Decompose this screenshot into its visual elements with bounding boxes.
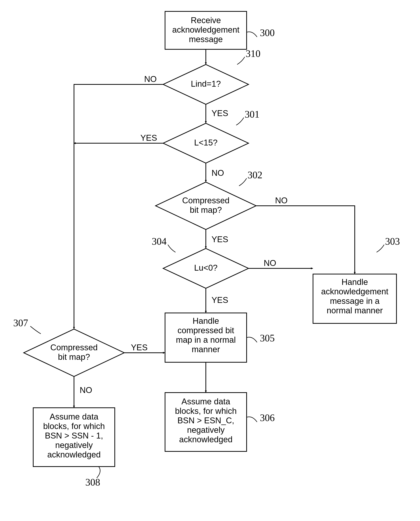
lab-304-yes: YES (211, 295, 228, 305)
n310-text: Lind=1? (191, 79, 221, 88)
lab-304-no: NO (264, 258, 276, 268)
n308-l3: BSN > SSN - 1, (45, 431, 103, 440)
n305-l1: Handle (193, 316, 219, 326)
lab-310-no: NO (144, 74, 157, 84)
ref-310: 310 (246, 48, 261, 59)
ref-303: 303 (385, 236, 400, 247)
lead-300 (247, 32, 257, 37)
lead-306 (247, 417, 257, 422)
n301-text: L<15? (194, 138, 218, 147)
n308-l2: blocks, for which (43, 421, 105, 431)
lab-307-yes: YES (131, 343, 148, 352)
lead-307 (30, 326, 41, 334)
lead-305 (247, 337, 257, 342)
n304-text: Lu<0? (194, 263, 218, 272)
lead-310 (237, 57, 245, 65)
lead-303 (376, 245, 384, 252)
ref-300: 300 (260, 27, 275, 38)
lead-301 (236, 118, 244, 125)
n306-l5: acknowledged (179, 435, 232, 444)
n308-l5: acknowledged (47, 450, 101, 459)
n303-l4: normal manner (327, 306, 383, 315)
ref-302: 302 (248, 170, 262, 180)
n307-l2: bit map? (58, 352, 90, 362)
ref-305: 305 (260, 333, 275, 343)
n303-l1: Handle (341, 277, 368, 287)
n306-l4: negatively (187, 425, 225, 434)
lab-302-yes: YES (211, 235, 228, 244)
ref-301: 301 (245, 109, 260, 120)
lab-307-no: NO (80, 385, 92, 395)
ref-307: 307 (13, 318, 28, 328)
n306-l3: BSN > ESN_C, (177, 416, 234, 425)
lead-308 (97, 467, 100, 478)
lead-304 (168, 245, 175, 252)
n303-l3: message in a (330, 296, 380, 305)
n308-l4: negatively (55, 440, 93, 450)
n305-l2: compressed bit (178, 326, 234, 335)
n305-l3: map in a normal (176, 335, 236, 344)
lab-301-no: NO (211, 168, 224, 178)
n308-l1: Assume data (50, 412, 98, 421)
n302-l1: Compressed (182, 196, 229, 205)
n300-l1: Receive (191, 15, 221, 25)
lab-301-yes: YES (140, 133, 157, 142)
n306-l2: blocks, for which (175, 406, 237, 416)
n302-l2: bit map? (190, 205, 222, 215)
lead-302 (239, 178, 247, 186)
lab-302-no: NO (275, 196, 288, 205)
arrow-310-no (74, 84, 163, 329)
ref-308: 308 (85, 477, 100, 488)
ref-306: 306 (260, 412, 275, 423)
n300-l3: message (189, 35, 223, 44)
lab-310-yes: YES (211, 109, 228, 118)
n300-l2: acknowledgement (172, 25, 240, 34)
ref-304: 304 (152, 236, 166, 247)
n305-l4: manner (192, 345, 220, 354)
n306-l1: Assume data (181, 397, 230, 406)
n307-l1: Compressed (50, 343, 98, 352)
n303-l2: acknowledgement (321, 287, 389, 296)
